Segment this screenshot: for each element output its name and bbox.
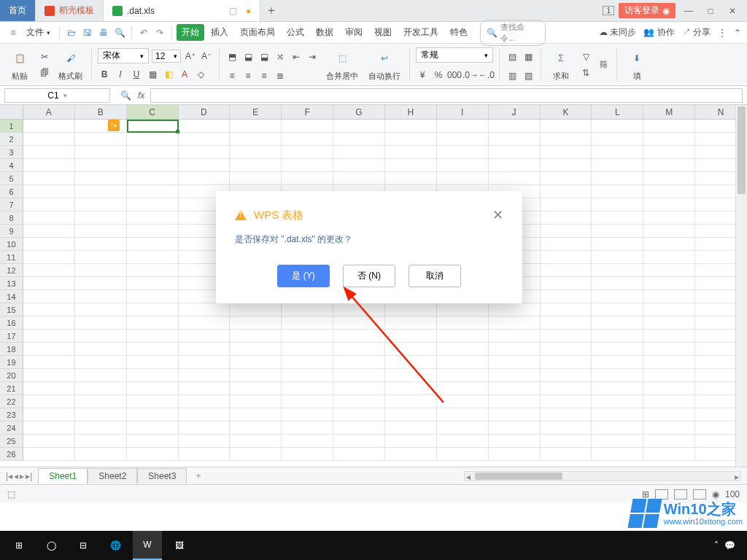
cell[interactable] bbox=[230, 330, 282, 343]
row-header-12[interactable]: 12 bbox=[0, 264, 23, 277]
cell[interactable] bbox=[230, 356, 282, 369]
cell[interactable] bbox=[179, 120, 231, 133]
cell[interactable] bbox=[643, 369, 695, 382]
cell[interactable] bbox=[385, 133, 437, 146]
cell[interactable] bbox=[179, 356, 231, 369]
decrease-font-icon[interactable]: A⁻ bbox=[200, 50, 213, 63]
cell[interactable] bbox=[75, 303, 127, 316]
cell[interactable] bbox=[230, 303, 282, 316]
sheet-tab-3[interactable]: Sheet3 bbox=[137, 468, 187, 483]
cell[interactable] bbox=[179, 369, 231, 382]
cell[interactable] bbox=[385, 435, 437, 448]
sync-button[interactable]: ☁ 未同步 bbox=[599, 26, 636, 39]
cell[interactable] bbox=[643, 172, 695, 185]
cell[interactable] bbox=[23, 290, 75, 303]
cell[interactable] bbox=[333, 395, 385, 408]
cell[interactable] bbox=[643, 225, 695, 238]
ribbon-tab-layout[interactable]: 页面布局 bbox=[235, 24, 280, 41]
cell[interactable] bbox=[282, 316, 333, 330]
align-middle-icon[interactable]: ⬓ bbox=[241, 50, 255, 63]
cell[interactable] bbox=[23, 316, 75, 330]
cell[interactable] bbox=[127, 330, 179, 343]
tray-chevron-icon[interactable]: ˄ bbox=[714, 540, 719, 551]
cell[interactable] bbox=[127, 382, 179, 395]
cell[interactable] bbox=[230, 448, 282, 461]
row-header-15[interactable]: 15 bbox=[0, 303, 23, 316]
cell[interactable] bbox=[179, 421, 231, 435]
cell[interactable] bbox=[592, 421, 643, 435]
cortana-icon[interactable]: ◯ bbox=[36, 531, 66, 560]
cell[interactable] bbox=[541, 211, 592, 225]
cell[interactable] bbox=[75, 172, 127, 185]
cell[interactable] bbox=[75, 395, 127, 408]
cell[interactable] bbox=[541, 238, 592, 251]
cell[interactable] bbox=[541, 343, 592, 356]
view-toggle-icon[interactable]: ⊞ bbox=[642, 489, 649, 499]
cell[interactable] bbox=[75, 408, 127, 421]
bold-icon[interactable]: B bbox=[98, 68, 111, 81]
cell[interactable] bbox=[541, 330, 592, 343]
sheet-tab-1[interactable]: Sheet1 bbox=[38, 468, 88, 484]
cell[interactable] bbox=[489, 395, 541, 408]
cell[interactable] bbox=[643, 146, 695, 159]
cell[interactable] bbox=[282, 395, 333, 408]
minimize-button[interactable]: — bbox=[680, 6, 697, 16]
cell[interactable] bbox=[23, 343, 75, 356]
cell[interactable] bbox=[437, 408, 489, 421]
cell[interactable] bbox=[75, 211, 127, 225]
cell[interactable] bbox=[282, 133, 333, 146]
cell[interactable] bbox=[230, 395, 282, 408]
window-count-badge[interactable]: 1 bbox=[603, 6, 614, 15]
menu-icon[interactable]: ≡ bbox=[6, 26, 20, 40]
cell[interactable] bbox=[179, 382, 231, 395]
cell[interactable] bbox=[385, 146, 437, 159]
command-search[interactable]: 🔍 查找命令... bbox=[480, 20, 546, 46]
cell[interactable] bbox=[75, 290, 127, 303]
cell[interactable] bbox=[282, 172, 333, 185]
save-icon[interactable]: 🖫 bbox=[80, 26, 95, 40]
tab-document[interactable]: .dat.xls ▢ ● bbox=[104, 0, 260, 21]
cell[interactable] bbox=[643, 356, 695, 369]
cell[interactable] bbox=[541, 395, 592, 408]
sheet-nav-last-icon[interactable]: ▸| bbox=[26, 471, 32, 481]
orientation-icon[interactable]: ⤭ bbox=[274, 50, 287, 63]
cell[interactable] bbox=[333, 133, 385, 146]
cell[interactable] bbox=[127, 435, 179, 448]
cut-icon[interactable]: ✂ bbox=[38, 50, 51, 63]
row-header-26[interactable]: 26 bbox=[0, 448, 23, 461]
col-header-E[interactable]: E bbox=[230, 105, 282, 119]
cell[interactable] bbox=[643, 185, 695, 198]
cell[interactable] bbox=[643, 316, 695, 330]
cell[interactable] bbox=[541, 133, 592, 146]
row-header-8[interactable]: 8 bbox=[0, 211, 23, 225]
cell[interactable] bbox=[282, 146, 333, 159]
cell[interactable] bbox=[541, 277, 592, 290]
row-header-9[interactable]: 9 bbox=[0, 225, 23, 238]
cell[interactable] bbox=[385, 395, 437, 408]
cell[interactable] bbox=[489, 382, 541, 395]
cell[interactable] bbox=[282, 343, 333, 356]
name-box[interactable]: C1▾ bbox=[4, 88, 110, 103]
increase-font-icon[interactable]: A⁺ bbox=[184, 50, 197, 63]
cell[interactable] bbox=[643, 120, 695, 133]
redo-icon[interactable]: ↷ bbox=[152, 26, 167, 40]
cell[interactable] bbox=[127, 316, 179, 330]
cell[interactable] bbox=[333, 330, 385, 343]
cell[interactable] bbox=[75, 356, 127, 369]
row-header-11[interactable]: 11 bbox=[0, 251, 23, 264]
cell[interactable] bbox=[23, 277, 75, 290]
start-button[interactable]: ⊞ bbox=[4, 531, 34, 560]
row-header-4[interactable]: 4 bbox=[0, 159, 23, 172]
cell[interactable] bbox=[592, 369, 643, 382]
table-style-icon[interactable]: ▥ bbox=[506, 69, 519, 82]
cell[interactable] bbox=[541, 251, 592, 264]
row-header-6[interactable]: 6 bbox=[0, 185, 23, 198]
cell[interactable] bbox=[75, 277, 127, 290]
cell[interactable] bbox=[489, 316, 541, 330]
cell[interactable] bbox=[592, 395, 643, 408]
cell[interactable] bbox=[592, 172, 643, 185]
cell[interactable] bbox=[437, 159, 489, 172]
row-header-5[interactable]: 5 bbox=[0, 172, 23, 185]
ribbon-tab-insert[interactable]: 插入 bbox=[206, 24, 233, 41]
col-header-F[interactable]: F bbox=[282, 105, 333, 119]
